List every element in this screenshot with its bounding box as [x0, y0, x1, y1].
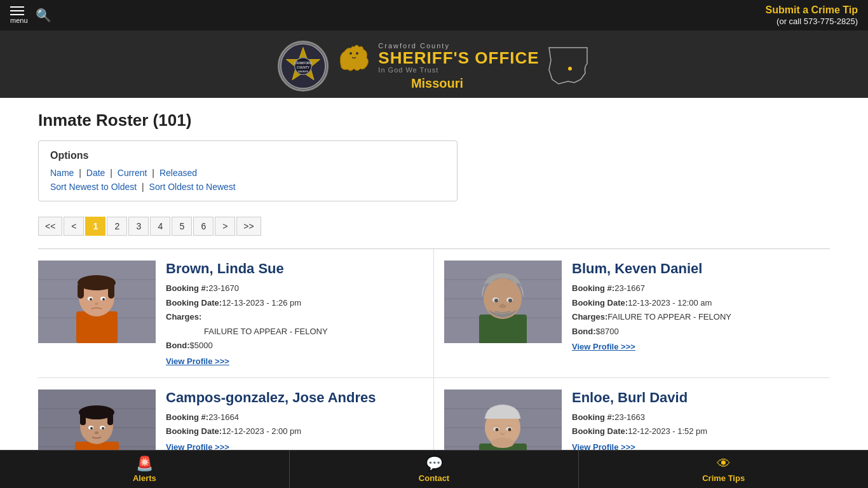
pagination-page-2[interactable]: 2	[107, 217, 127, 236]
inmate-booking-date-campos: Booking Date:12-12-2023 - 2:00 pm	[166, 425, 426, 438]
inmate-booking-date-blum: Booking Date:12-13-2023 - 12:00 am	[572, 297, 822, 309]
pagination-page-3[interactable]: 3	[128, 217, 149, 236]
svg-point-45	[90, 427, 93, 430]
pagination-first[interactable]: <<	[38, 217, 62, 236]
roster-row: Brown, Linda Sue Booking #:23-1670 Booki…	[38, 249, 830, 378]
sheriff-mascot-icon	[335, 42, 373, 74]
pagination-prev[interactable]: <	[64, 217, 84, 236]
svg-point-58	[491, 438, 514, 448]
svg-rect-16	[78, 283, 84, 299]
svg-point-47	[95, 431, 98, 434]
roster-grid: Brown, Linda Sue Booking #:23-1670 Booki…	[38, 248, 830, 484]
svg-point-21	[102, 298, 105, 301]
hamburger-icon	[10, 6, 28, 15]
pagination-last[interactable]: >>	[236, 217, 261, 236]
menu-label: menu	[10, 17, 28, 24]
inmate-photo-blum	[444, 261, 562, 343]
inmate-booking-num-enloe: Booking #:23-1663	[572, 411, 822, 424]
inmate-charges-detail-brown: FAILURE TO APPEAR - FELONY	[166, 325, 426, 338]
svg-rect-17	[108, 283, 114, 299]
svg-rect-42	[107, 412, 113, 425]
crime-tips-nav-item[interactable]: 👁 Crime Tips	[579, 451, 868, 488]
inmate-photo-brown	[38, 261, 156, 343]
released-filter-link[interactable]: Released	[159, 168, 197, 178]
svg-point-31	[494, 299, 498, 302]
sheriff-title: SHERIFF'S OFFICE	[378, 50, 539, 66]
svg-point-56	[496, 428, 499, 431]
inmate-booking-date-brown: Booking Date:12-13-2023 - 1:26 pm	[166, 297, 426, 309]
pagination-page-4[interactable]: 4	[150, 217, 170, 236]
contact-label: Contact	[419, 473, 449, 483]
state-map	[546, 44, 590, 88]
svg-rect-41	[80, 412, 86, 425]
alerts-nav-item[interactable]: 🚨 Alerts	[0, 451, 290, 488]
inmate-info-brown: Brown, Linda Sue Booking #:23-1670 Booki…	[166, 261, 426, 366]
crime-tip-phone: (or call 573-775-2825)	[776, 17, 858, 26]
svg-point-22	[95, 302, 98, 305]
inmate-bond-blum: Bond:$8700	[572, 325, 822, 338]
inmate-name-enloe: Enloe, Burl David	[572, 390, 822, 406]
view-profile-blum[interactable]: View Profile >>>	[572, 342, 635, 351]
pagination-page-1[interactable]: 1	[85, 217, 105, 236]
contact-nav-item[interactable]: 💬 Contact	[290, 451, 580, 488]
bottom-nav: 🚨 Alerts 💬 Contact 👁 Crime Tips	[0, 450, 868, 488]
inmate-bond-brown: Bond:$5000	[166, 339, 426, 352]
pagination: << < 1 2 3 4 5 6 > >>	[38, 217, 830, 236]
view-profile-brown[interactable]: View Profile >>>	[166, 356, 229, 366]
svg-point-57	[508, 428, 512, 431]
crime-tip-link[interactable]: Submit a Crime Tip	[765, 4, 858, 16]
state-label: Missouri	[335, 76, 539, 91]
name-filter-link[interactable]: Name	[50, 168, 74, 178]
svg-point-32	[508, 299, 512, 302]
main-content: Inmate Roster (101) Options Name | Date …	[0, 98, 868, 488]
crime-tips-icon: 👁	[717, 456, 731, 472]
menu-button[interactable]: menu	[10, 6, 28, 24]
svg-point-33	[499, 304, 506, 308]
search-button[interactable]: 🔍	[36, 8, 51, 23]
svg-text:SHERIFF: SHERIFF	[298, 71, 309, 73]
pagination-next[interactable]: >	[215, 217, 235, 236]
page-title: Inmate Roster (101)	[38, 111, 830, 130]
svg-point-8	[568, 67, 572, 71]
options-row2: Sort Newest to Oldest | Sort Oldest to N…	[50, 182, 445, 192]
logo-text: Crawford County SHERIFF'S OFFICE In God …	[335, 42, 539, 91]
current-filter-link[interactable]: Current	[118, 168, 147, 178]
crime-tip-area: Submit a Crime Tip (or call 573-775-2825…	[765, 4, 858, 26]
sort-newest-link[interactable]: Sort Newest to Oldest	[50, 182, 137, 192]
pagination-page-6[interactable]: 6	[193, 217, 214, 236]
inmate-booking-date-enloe: Booking Date:12-12-2023 - 1:52 pm	[572, 425, 822, 438]
inmate-name-brown: Brown, Linda Sue	[166, 261, 426, 277]
inmate-card-brown: Brown, Linda Sue Booking #:23-1670 Booki…	[38, 249, 434, 377]
inmate-charges-brown: Charges:	[166, 311, 426, 323]
search-icon: 🔍	[36, 8, 51, 22]
sort-oldest-link[interactable]: Sort Oldest to Newest	[149, 182, 236, 192]
inmate-charges-blum: Charges:FAILURE TO APPEAR - FELONY	[572, 311, 822, 323]
svg-point-6	[349, 52, 352, 55]
inmate-booking-num-campos: Booking #:23-1664	[166, 411, 426, 424]
sheriff-badge: CRAWFORD COUNTY SHERIFF	[278, 41, 329, 92]
alerts-icon: 🚨	[136, 456, 153, 472]
svg-point-20	[90, 298, 92, 301]
svg-point-7	[356, 52, 358, 55]
svg-text:CRAWFORD: CRAWFORD	[294, 62, 312, 65]
options-box: Options Name | Date | Current | Released…	[38, 140, 458, 201]
inmate-booking-num-blum: Booking #:23-1667	[572, 282, 822, 295]
top-bar-left: menu 🔍	[10, 6, 51, 24]
top-bar: menu 🔍 Submit a Crime Tip (or call 573-7…	[0, 0, 868, 30]
svg-point-46	[102, 427, 104, 430]
alerts-label: Alerts	[133, 473, 156, 483]
contact-icon: 💬	[426, 456, 443, 472]
logo-area: CRAWFORD COUNTY SHERIFF Crawford County …	[0, 30, 868, 98]
inmate-card-blum: Blum, Keven Daniel Booking #:23-1667 Boo…	[434, 249, 830, 377]
options-title: Options	[50, 150, 445, 161]
inmate-name-blum: Blum, Keven Daniel	[572, 261, 822, 277]
inmate-name-campos: Campos-gonzalez, Jose Andres	[166, 390, 426, 406]
inmate-info-blum: Blum, Keven Daniel Booking #:23-1667 Boo…	[572, 261, 822, 366]
date-filter-link[interactable]: Date	[86, 168, 105, 178]
pagination-page-5[interactable]: 5	[172, 217, 192, 236]
inmate-booking-num-brown: Booking #:23-1670	[166, 282, 426, 295]
crime-tips-label: Crime Tips	[702, 473, 745, 483]
options-row1: Name | Date | Current | Released	[50, 168, 445, 178]
svg-text:COUNTY: COUNTY	[297, 66, 310, 69]
